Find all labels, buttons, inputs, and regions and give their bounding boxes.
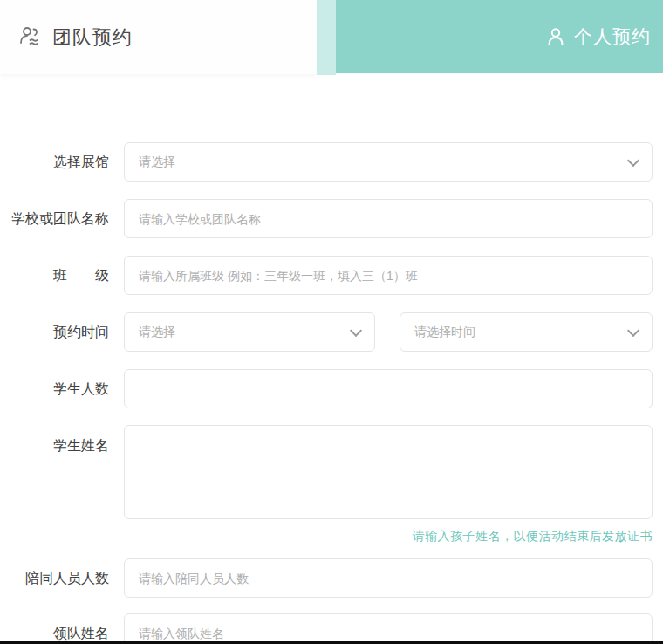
student-names-label: 学生姓名 [0, 425, 109, 456]
group-reservation-page: 团队预约 个人预约 选择展馆 请选择 学校或团队名称 班 级 预约时间 请选择 … [0, 0, 663, 644]
chevron-down-icon [627, 154, 639, 166]
team-name-label: 学校或团队名称 [0, 199, 109, 238]
chevron-down-icon [627, 324, 639, 336]
leader-name-label: 领队姓名 [0, 613, 109, 644]
leader-name-input[interactable] [124, 613, 653, 644]
person-icon [544, 25, 567, 48]
date-select[interactable]: 请选择 [124, 312, 375, 352]
tab-divider-strip [317, 0, 336, 75]
venue-label: 选择展馆 [0, 142, 109, 182]
student-names-hint: 请输入孩子姓名，以便活动结束后发放证书 [413, 529, 653, 545]
tab-team-reservation[interactable]: 团队预约 [0, 0, 317, 74]
time-label: 预约时间 [0, 312, 109, 352]
class-input[interactable] [124, 256, 653, 295]
chevron-down-icon [350, 324, 362, 336]
team-name-input[interactable] [124, 199, 653, 238]
class-label: 班 级 [0, 256, 109, 295]
group-icon [17, 24, 44, 51]
tab-personal-reservation[interactable]: 个人预约 [336, 0, 663, 73]
venue-select-placeholder: 请选择 [139, 154, 629, 170]
student-count-input[interactable] [124, 369, 653, 408]
date-select-placeholder: 请选择 [139, 325, 352, 340]
time-select-placeholder: 请选择时间 [414, 325, 629, 340]
student-count-label: 学生人数 [0, 369, 109, 408]
companion-count-input[interactable] [124, 558, 653, 598]
student-names-textarea[interactable] [124, 425, 653, 519]
companion-count-label: 陪同人员人数 [0, 558, 109, 598]
tab-team-label: 团队预约 [52, 24, 133, 51]
tab-personal-label: 个人预约 [574, 24, 651, 49]
venue-select[interactable]: 请选择 [124, 142, 653, 182]
time-select[interactable]: 请选择时间 [400, 312, 653, 352]
